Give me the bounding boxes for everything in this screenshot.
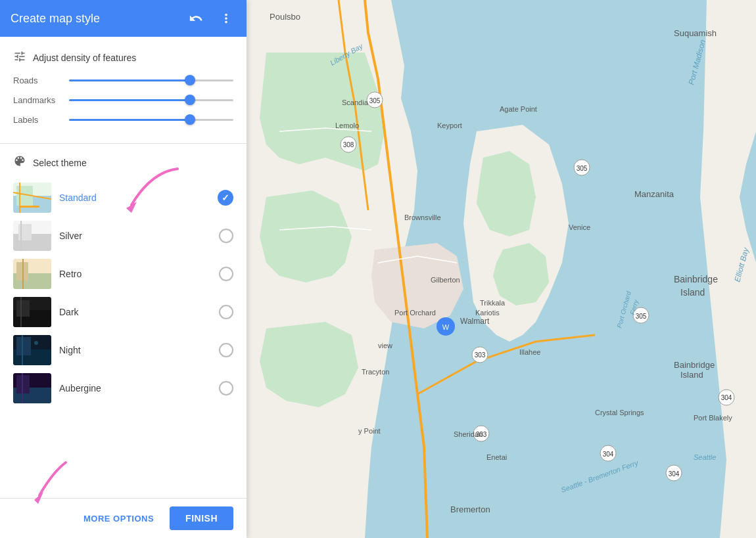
svg-text:Bainbridge: Bainbridge bbox=[674, 274, 718, 284]
svg-text:Island: Island bbox=[680, 287, 705, 298]
theme-item-aubergine[interactable]: Aubergine bbox=[13, 369, 233, 407]
svg-text:Seattle: Seattle bbox=[694, 453, 716, 461]
density-section: Adjust density of features Roads Landmar… bbox=[0, 37, 247, 144]
more-vert-icon bbox=[219, 11, 233, 26]
theme-name-aubergine: Aubergine bbox=[59, 383, 211, 393]
svg-text:Walmart: Walmart bbox=[460, 317, 490, 326]
roads-slider[interactable] bbox=[69, 79, 233, 81]
page-title: Create map style bbox=[11, 12, 100, 26]
svg-text:304: 304 bbox=[669, 470, 680, 478]
svg-text:303: 303 bbox=[475, 351, 486, 359]
svg-rect-20 bbox=[16, 337, 31, 355]
theme-thumb-aubergine bbox=[13, 373, 51, 403]
theme-name-silver: Silver bbox=[59, 231, 211, 241]
theme-thumb-standard bbox=[13, 183, 51, 213]
theme-name-standard: Standard bbox=[59, 192, 210, 203]
labels-label: Labels bbox=[13, 115, 69, 125]
svg-text:305: 305 bbox=[577, 165, 588, 172]
theme-thumb-dark bbox=[13, 297, 51, 327]
footer: MORE OPTIONS FINISH bbox=[0, 498, 247, 538]
header-icons bbox=[186, 9, 236, 28]
map-area: 305 308 305 305 303 303 304 304 304 Port… bbox=[247, 0, 756, 538]
svg-text:Poulsbo: Poulsbo bbox=[270, 12, 300, 22]
svg-text:304: 304 bbox=[721, 394, 732, 401]
svg-text:y Point: y Point bbox=[358, 427, 381, 435]
labels-slider-row: Labels bbox=[13, 113, 233, 126]
adjust-icon bbox=[13, 50, 26, 66]
more-button[interactable] bbox=[216, 9, 236, 28]
svg-text:Bremerton: Bremerton bbox=[450, 504, 490, 514]
theme-name-retro: Retro bbox=[59, 269, 211, 279]
theme-thumb-night bbox=[13, 335, 51, 365]
theme-item-dark[interactable]: Dark bbox=[13, 293, 233, 331]
svg-text:Venice: Venice bbox=[569, 223, 590, 231]
svg-point-22 bbox=[34, 341, 38, 345]
theme-radio-aubergine bbox=[219, 381, 233, 395]
density-title: Adjust density of features bbox=[33, 53, 136, 63]
theme-check-standard bbox=[218, 190, 233, 206]
svg-text:Port Blakely: Port Blakely bbox=[694, 414, 732, 422]
roads-label: Roads bbox=[13, 76, 69, 85]
landmarks-label: Landmarks bbox=[13, 95, 69, 105]
density-header: Adjust density of features bbox=[13, 50, 233, 66]
svg-text:Island: Island bbox=[680, 370, 703, 380]
theme-name-night: Night bbox=[59, 345, 211, 355]
theme-section: Select theme bbox=[0, 144, 247, 498]
undo-button[interactable] bbox=[186, 9, 206, 28]
svg-text:Bainbridge: Bainbridge bbox=[674, 360, 715, 370]
theme-item-retro[interactable]: Retro bbox=[13, 255, 233, 293]
svg-text:305: 305 bbox=[369, 97, 381, 104]
roads-slider-row: Roads bbox=[13, 74, 233, 87]
theme-list: Standard Silver bbox=[13, 179, 233, 407]
theme-name-dark: Dark bbox=[59, 307, 211, 317]
svg-text:Trikkala: Trikkala bbox=[480, 299, 506, 307]
svg-text:305: 305 bbox=[636, 313, 647, 320]
theme-title: Select theme bbox=[33, 158, 87, 168]
undo-icon bbox=[189, 11, 203, 26]
finish-button[interactable]: FINISH bbox=[170, 506, 233, 530]
svg-text:Suquamish: Suquamish bbox=[674, 28, 717, 38]
theme-item-night[interactable]: Night bbox=[13, 331, 233, 369]
svg-text:Crystal Springs: Crystal Springs bbox=[595, 409, 644, 416]
svg-text:view: view bbox=[378, 342, 392, 349]
theme-thumb-retro bbox=[13, 259, 51, 289]
svg-text:Port Orchard: Port Orchard bbox=[394, 309, 436, 317]
svg-text:Gilberton: Gilberton bbox=[431, 276, 460, 284]
sidebar-header: Create map style bbox=[0, 0, 247, 37]
svg-text:Scandia: Scandia bbox=[342, 99, 369, 106]
labels-slider-container bbox=[69, 113, 233, 126]
landmarks-slider-container bbox=[69, 93, 233, 106]
svg-text:Kariotis: Kariotis bbox=[475, 309, 500, 317]
svg-text:W: W bbox=[442, 323, 450, 331]
svg-text:304: 304 bbox=[603, 451, 614, 458]
theme-radio-silver bbox=[219, 229, 233, 243]
svg-text:Lemolo: Lemolo bbox=[335, 122, 359, 129]
svg-text:308: 308 bbox=[343, 141, 354, 148]
more-options-button[interactable]: MORE OPTIONS bbox=[76, 508, 162, 529]
landmarks-slider[interactable] bbox=[69, 99, 233, 101]
svg-rect-16 bbox=[16, 300, 30, 317]
theme-radio-dark bbox=[219, 305, 233, 319]
svg-text:Sheridan: Sheridan bbox=[454, 430, 483, 438]
palette-icon bbox=[13, 154, 26, 171]
roads-slider-container bbox=[69, 74, 233, 87]
labels-slider[interactable] bbox=[69, 119, 233, 121]
svg-text:Enetai: Enetai bbox=[486, 453, 507, 461]
theme-radio-retro bbox=[219, 267, 233, 281]
svg-text:Brownsville: Brownsville bbox=[404, 213, 441, 221]
svg-text:Manzanita: Manzanita bbox=[634, 189, 674, 199]
sidebar: Create map style Adjus bbox=[0, 0, 247, 538]
theme-header: Select theme bbox=[13, 154, 233, 171]
theme-item-silver[interactable]: Silver bbox=[13, 217, 233, 255]
svg-text:Tracyton: Tracyton bbox=[362, 368, 389, 376]
svg-text:Keyport: Keyport bbox=[437, 122, 462, 129]
theme-item-standard[interactable]: Standard bbox=[13, 179, 233, 217]
svg-text:Agate Point: Agate Point bbox=[500, 105, 537, 113]
theme-thumb-silver bbox=[13, 221, 51, 251]
theme-radio-night bbox=[219, 343, 233, 357]
map-svg: 305 308 305 305 303 303 304 304 304 Port… bbox=[247, 0, 756, 538]
landmarks-slider-row: Landmarks bbox=[13, 93, 233, 106]
svg-text:Illahee: Illahee bbox=[519, 348, 540, 356]
